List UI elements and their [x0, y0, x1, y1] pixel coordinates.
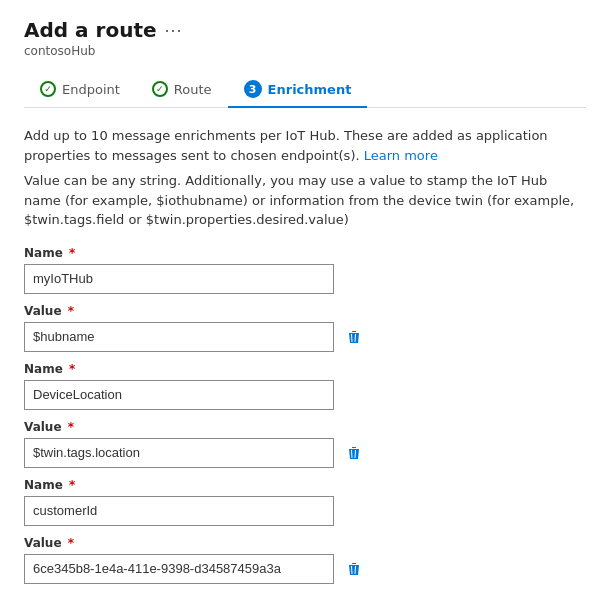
enrichment-block-2: Name * Value *: [24, 478, 586, 584]
value-field-group-2: Value *: [24, 536, 586, 584]
tabs-container: ✓ Endpoint ✓ Route 3 Enrichment: [24, 72, 586, 108]
value-label-1: Value *: [24, 420, 586, 434]
value-row-1: [24, 438, 586, 468]
trash-icon-0: [346, 329, 362, 345]
name-field-group-2: Name *: [24, 478, 586, 526]
trash-icon-1: [346, 445, 362, 461]
value-field-group-0: Value *: [24, 304, 586, 352]
enrichments-container: Name * Value * Name *: [24, 246, 586, 584]
value-field-group-1: Value *: [24, 420, 586, 468]
name-field-group-0: Name *: [24, 246, 586, 294]
tab-check-route: ✓: [152, 81, 168, 97]
page-title-container: Add a route ···: [24, 18, 586, 42]
tab-label-endpoint: Endpoint: [62, 82, 120, 97]
tab-route[interactable]: ✓ Route: [136, 73, 228, 107]
subtitle: contosoHub: [24, 44, 586, 58]
tab-label-enrichment: Enrichment: [268, 82, 352, 97]
enrichment-block-0: Name * Value *: [24, 246, 586, 352]
tab-enrichment[interactable]: 3 Enrichment: [228, 72, 368, 108]
enrichment-block-1: Name * Value *: [24, 362, 586, 468]
name-row-1: [24, 380, 586, 410]
learn-more-link[interactable]: Learn more: [364, 148, 438, 163]
delete-button-0[interactable]: [342, 327, 366, 347]
value-input-0[interactable]: [24, 322, 334, 352]
value-label-2: Value *: [24, 536, 586, 550]
value-row-2: [24, 554, 586, 584]
info-line2: Value can be any string. Additionally, y…: [24, 171, 586, 230]
delete-button-2[interactable]: [342, 559, 366, 579]
delete-button-1[interactable]: [342, 443, 366, 463]
name-field-group-1: Name *: [24, 362, 586, 410]
tab-endpoint[interactable]: ✓ Endpoint: [24, 73, 136, 107]
name-row-2: [24, 496, 586, 526]
trash-icon-2: [346, 561, 362, 577]
tab-label-route: Route: [174, 82, 212, 97]
name-input-2[interactable]: [24, 496, 334, 526]
value-input-2[interactable]: [24, 554, 334, 584]
tab-check-endpoint: ✓: [40, 81, 56, 97]
value-input-1[interactable]: [24, 438, 334, 468]
value-label-0: Value *: [24, 304, 586, 318]
name-row-0: [24, 264, 586, 294]
info-line1: Add up to 10 message enrichments per IoT…: [24, 126, 586, 165]
name-label-0: Name *: [24, 246, 586, 260]
tab-number-enrichment: 3: [244, 80, 262, 98]
name-label-1: Name *: [24, 362, 586, 376]
required-marker-0: *: [65, 246, 75, 260]
info-section: Add up to 10 message enrichments per IoT…: [24, 126, 586, 230]
name-input-0[interactable]: [24, 264, 334, 294]
name-label-2: Name *: [24, 478, 586, 492]
page-title: Add a route: [24, 18, 157, 42]
name-input-1[interactable]: [24, 380, 334, 410]
value-row-0: [24, 322, 586, 352]
ellipsis-button[interactable]: ···: [165, 20, 183, 41]
